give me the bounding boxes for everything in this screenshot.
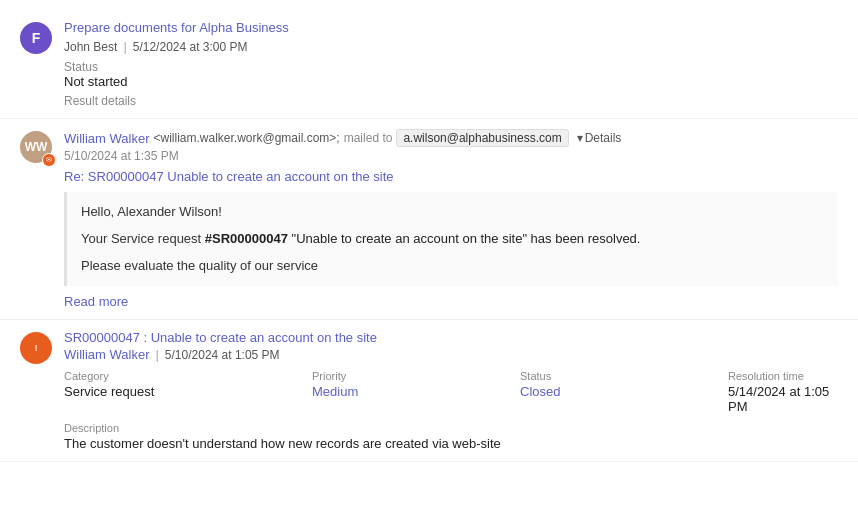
- item2-recipient: a.wilson@alphabusiness.com: [396, 129, 568, 147]
- item3-priority-value: Medium: [312, 384, 512, 399]
- email-badge-icon: ✉: [42, 153, 56, 167]
- avatar-3: !: [20, 332, 52, 364]
- activity-item-2: WW ✉ William Walker <william.walker.work…: [0, 119, 858, 320]
- item3-description: Description The customer doesn't underst…: [64, 422, 838, 451]
- item2-mailed-to: mailed to: [344, 131, 393, 145]
- item3-priority: Priority Medium: [312, 370, 512, 414]
- item3-title[interactable]: SR00000047 : Unable to create an account…: [64, 330, 377, 345]
- item1-timestamp: 5/12/2024 at 3:00 PM: [133, 40, 248, 54]
- item3-category-value: Service request: [64, 384, 304, 399]
- item3-priority-label: Priority: [312, 370, 512, 382]
- item1-separator: |: [123, 39, 126, 54]
- item2-sender-email: <william.walker.work@gmail.com>;: [153, 131, 339, 145]
- item2-body-line3: Please evaluate the quality of our servi…: [81, 258, 318, 273]
- item3-fields: Category Service request Priority Medium…: [64, 370, 838, 414]
- item2-details[interactable]: ▾ Details: [577, 131, 622, 145]
- item3-status: Status Closed: [520, 370, 720, 414]
- item2-body-line2-suffix: "Unable to create an account on the site…: [288, 231, 641, 246]
- item2-content: William Walker <william.walker.work@gmai…: [64, 129, 838, 309]
- item3-resolution: Resolution time 5/14/2024 at 1:05 PM: [728, 370, 838, 414]
- item3-resolution-label: Resolution time: [728, 370, 838, 382]
- read-more-link[interactable]: Read more: [64, 294, 128, 309]
- item2-sender-row: William Walker <william.walker.work@gmai…: [64, 129, 838, 147]
- item1-status-row: Status Not started: [64, 60, 838, 89]
- item3-category: Category Service request: [64, 370, 304, 414]
- item3-description-value: The customer doesn't understand how new …: [64, 436, 838, 451]
- item2-sender-name[interactable]: William Walker: [64, 131, 149, 146]
- avatar-2: WW ✉: [20, 131, 52, 163]
- item2-body-line1: Hello, Alexander Wilson!: [81, 204, 222, 219]
- item3-status-label: Status: [520, 370, 720, 382]
- item3-content: SR00000047 : Unable to create an account…: [64, 330, 838, 451]
- item1-result-label: Result details: [64, 94, 136, 108]
- item2-timestamp: 5/10/2024 at 1:35 PM: [64, 149, 838, 163]
- item1-status-value: Not started: [64, 74, 838, 89]
- item3-description-label: Description: [64, 422, 838, 434]
- avatar-1: F: [20, 22, 52, 54]
- item1-header: Prepare documents for Alpha Business: [64, 20, 838, 35]
- item1-title[interactable]: Prepare documents for Alpha Business: [64, 20, 289, 35]
- item2-body-line2-prefix: Your Service request: [81, 231, 205, 246]
- item3-resolution-value: 5/14/2024 at 1:05 PM: [728, 384, 838, 414]
- item3-timestamp: 5/10/2024 at 1:05 PM: [165, 348, 280, 362]
- item1-content: Prepare documents for Alpha Business Joh…: [64, 20, 838, 108]
- item3-status-value: Closed: [520, 384, 720, 399]
- item3-category-label: Category: [64, 370, 304, 382]
- activity-item-3: ! SR00000047 : Unable to create an accou…: [0, 320, 858, 462]
- item2-sr-number: #SR00000047: [205, 231, 288, 246]
- activity-item-1: F Prepare documents for Alpha Business J…: [0, 10, 858, 119]
- item3-author: William Walker: [64, 347, 149, 362]
- item1-status-label: Status: [64, 60, 838, 74]
- item2-subject[interactable]: Re: SR00000047 Unable to create an accou…: [64, 169, 838, 184]
- item3-separator: |: [155, 347, 158, 362]
- item1-author: John Best: [64, 40, 117, 54]
- item2-body: Hello, Alexander Wilson! Your Service re…: [64, 192, 838, 286]
